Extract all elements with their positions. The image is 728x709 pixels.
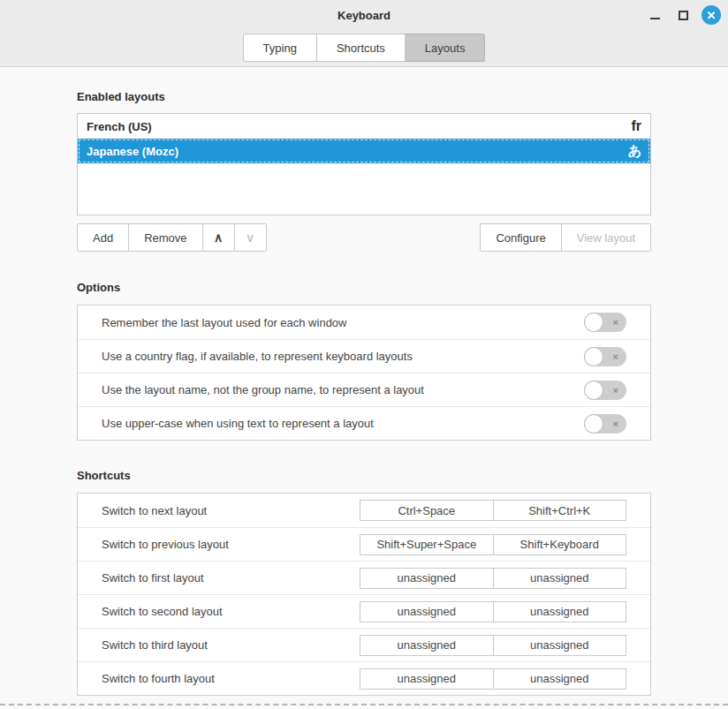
chevron-up-icon: ∧	[214, 230, 223, 245]
keybinding-button-1[interactable]: unassigned	[360, 668, 494, 690]
layouts-page: Enabled layouts French (US) fr Japanese …	[0, 90, 728, 696]
minimize-button[interactable]	[645, 5, 664, 25]
shortcut-row-next-layout: Switch to next layout Ctrl+Space Shift+C…	[78, 494, 650, 527]
keybinding-group: Shift+Super+Space Shift+Keyboard	[360, 534, 626, 555]
maximize-icon	[679, 11, 688, 20]
shortcut-label: Switch to previous layout	[102, 538, 360, 551]
toggle-knob	[584, 347, 603, 366]
layout-name-toggle[interactable]: ×	[584, 381, 626, 400]
tab-shortcuts[interactable]: Shortcuts	[317, 34, 406, 62]
option-label: Remember the last layout used for each w…	[102, 316, 584, 329]
shortcut-label: Switch to second layout	[102, 605, 360, 618]
tab-typing-label: Typing	[263, 41, 297, 55]
option-row-remember-last-layout: Remember the last layout used for each w…	[78, 305, 650, 339]
keybinding-group: Ctrl+Space Shift+Ctrl+K	[360, 500, 626, 521]
layout-name: Japanese (Mozc)	[87, 145, 628, 158]
keybinding-group: unassigned unassigned	[360, 668, 626, 690]
shortcut-label: Switch to third layout	[102, 638, 360, 652]
tab-bar: Typing Shortcuts Layouts	[0, 30, 728, 62]
window-header: Keyboard ✕ Typing Shortcuts	[0, 0, 728, 67]
configure-button[interactable]: Configure	[480, 223, 561, 252]
keybinding-button-2[interactable]: Shift+Ctrl+K	[494, 500, 627, 521]
keybinding-button-2[interactable]: unassigned	[494, 668, 627, 690]
shortcut-row-previous-layout: Switch to previous layout Shift+Super+Sp…	[78, 527, 650, 561]
toggle-off-icon: ×	[613, 385, 618, 395]
add-button[interactable]: Add	[77, 223, 129, 252]
tab-group: Typing Shortcuts Layouts	[243, 34, 486, 62]
move-up-button[interactable]: ∧	[203, 223, 235, 252]
shortcut-label: Switch to first layout	[102, 571, 360, 585]
toggle-knob	[584, 313, 603, 332]
upper-case-toggle[interactable]: ×	[584, 414, 626, 434]
option-label: Use the layout name, not the group name,…	[102, 383, 584, 396]
shortcut-row-second-layout: Switch to second layout unassigned unass…	[78, 594, 650, 628]
layout-list-item-french[interactable]: French (US) fr	[78, 114, 650, 139]
tab-layouts[interactable]: Layouts	[406, 34, 486, 62]
keyboard-settings-window: Keyboard ✕ Typing Shortcuts	[0, 0, 728, 709]
keybinding-button-1[interactable]: unassigned	[360, 568, 494, 589]
toggle-knob	[584, 414, 603, 434]
layout-indicator-icon: あ	[628, 143, 641, 160]
minimize-icon	[650, 18, 660, 19]
keybinding-button-2[interactable]: unassigned	[494, 568, 627, 589]
layout-actions-row: Add Remove ∧ ∨ Configure View layout	[77, 223, 651, 252]
selection-dashed-line	[0, 704, 728, 705]
option-row-layout-name: Use the layout name, not the group name,…	[78, 373, 650, 406]
country-flag-toggle[interactable]: ×	[584, 347, 626, 366]
move-down-button[interactable]: ∨	[235, 223, 267, 252]
keybinding-button-1[interactable]: unassigned	[360, 601, 494, 622]
keybinding-group: unassigned unassigned	[360, 568, 626, 589]
options-box: Remember the last layout used for each w…	[77, 305, 651, 441]
remember-last-layout-toggle[interactable]: ×	[584, 313, 626, 332]
keybinding-button-2[interactable]: Shift+Keyboard	[494, 534, 627, 555]
shortcuts-box: Switch to next layout Ctrl+Space Shift+C…	[77, 493, 651, 696]
option-label: Use a country flag, if available, to rep…	[102, 350, 584, 363]
enabled-layouts-heading: Enabled layouts	[77, 90, 651, 103]
options-heading: Options	[77, 281, 651, 294]
option-row-country-flag: Use a country flag, if available, to rep…	[78, 339, 650, 373]
close-button[interactable]: ✕	[701, 5, 721, 25]
remove-button[interactable]: Remove	[129, 223, 202, 252]
window-controls: ✕	[645, 0, 721, 30]
layout-tools-button-group: Configure View layout	[480, 223, 651, 252]
layout-list: French (US) fr Japanese (Mozc) あ	[77, 113, 651, 215]
titlebar[interactable]: Keyboard ✕	[0, 0, 728, 30]
keybinding-button-1[interactable]: Shift+Super+Space	[360, 534, 494, 555]
shortcuts-heading: Shortcuts	[77, 469, 651, 482]
shortcut-row-fourth-layout: Switch to fourth layout unassigned unass…	[78, 661, 650, 695]
list-edit-button-group: Add Remove ∧ ∨	[77, 223, 267, 252]
keybinding-group: unassigned unassigned	[360, 635, 626, 656]
tab-shortcuts-label: Shortcuts	[337, 41, 385, 55]
toggle-off-icon: ×	[613, 318, 618, 328]
chevron-down-icon: ∨	[246, 230, 254, 245]
maximize-button[interactable]	[673, 5, 693, 25]
toggle-knob	[584, 381, 603, 400]
shortcut-row-third-layout: Switch to third layout unassigned unassi…	[78, 628, 650, 661]
view-layout-button[interactable]: View layout	[562, 223, 651, 252]
option-label: Use upper-case when using text to repres…	[102, 417, 584, 430]
keybinding-group: unassigned unassigned	[360, 601, 626, 622]
shortcut-label: Switch to next layout	[102, 504, 360, 517]
shortcut-label: Switch to fourth layout	[102, 672, 360, 685]
keybinding-button-2[interactable]: unassigned	[494, 601, 627, 622]
layout-list-item-japanese[interactable]: Japanese (Mozc) あ	[78, 139, 650, 163]
shortcut-row-first-layout: Switch to first layout unassigned unassi…	[78, 561, 650, 594]
tab-typing[interactable]: Typing	[243, 34, 317, 62]
layout-name: French (US)	[87, 120, 631, 133]
window-title: Keyboard	[337, 9, 391, 22]
toggle-off-icon: ×	[613, 351, 618, 361]
layout-indicator-icon: fr	[631, 118, 641, 134]
tab-layouts-label: Layouts	[425, 41, 466, 55]
close-icon: ✕	[707, 10, 717, 21]
toggle-off-icon: ×	[613, 419, 618, 428]
keybinding-button-2[interactable]: unassigned	[494, 635, 627, 656]
keybinding-button-1[interactable]: Ctrl+Space	[360, 500, 494, 521]
option-row-upper-case: Use upper-case when using text to repres…	[78, 406, 650, 440]
keybinding-button-1[interactable]: unassigned	[360, 635, 494, 656]
